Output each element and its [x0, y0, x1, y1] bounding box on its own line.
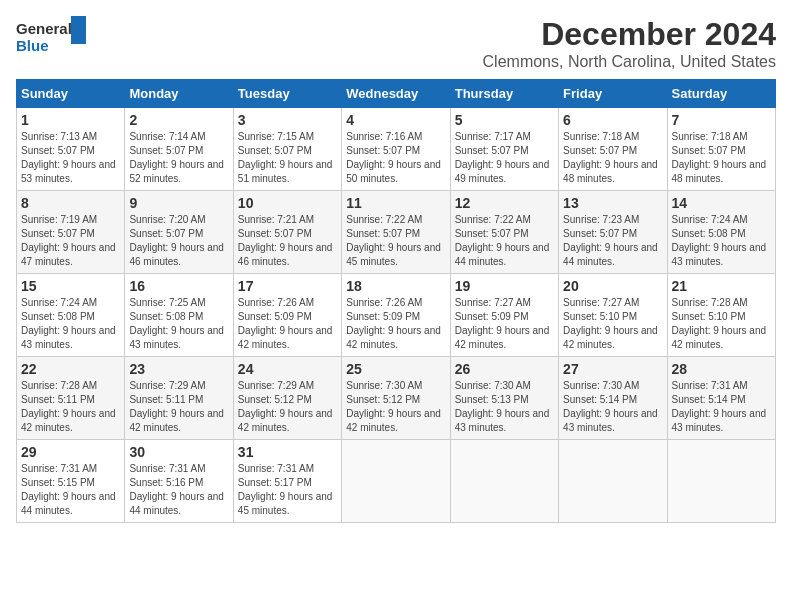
calendar-cell: 9Sunrise: 7:20 AMSunset: 5:07 PMDaylight… — [125, 191, 233, 274]
day-info: Sunrise: 7:28 AMSunset: 5:10 PMDaylight:… — [672, 296, 771, 352]
calendar-cell: 27Sunrise: 7:30 AMSunset: 5:14 PMDayligh… — [559, 357, 667, 440]
day-number: 17 — [238, 278, 337, 294]
day-number: 10 — [238, 195, 337, 211]
day-info: Sunrise: 7:30 AMSunset: 5:14 PMDaylight:… — [563, 379, 662, 435]
day-number: 7 — [672, 112, 771, 128]
day-number: 15 — [21, 278, 120, 294]
header: GeneralBlue December 2024 Clemmons, Nort… — [16, 16, 776, 71]
day-info: Sunrise: 7:17 AMSunset: 5:07 PMDaylight:… — [455, 130, 554, 186]
calendar-cell: 28Sunrise: 7:31 AMSunset: 5:14 PMDayligh… — [667, 357, 775, 440]
day-number: 3 — [238, 112, 337, 128]
day-info: Sunrise: 7:29 AMSunset: 5:12 PMDaylight:… — [238, 379, 337, 435]
day-header-sunday: Sunday — [17, 80, 125, 108]
day-number: 23 — [129, 361, 228, 377]
calendar-header-row: SundayMondayTuesdayWednesdayThursdayFrid… — [17, 80, 776, 108]
day-info: Sunrise: 7:26 AMSunset: 5:09 PMDaylight:… — [238, 296, 337, 352]
day-info: Sunrise: 7:22 AMSunset: 5:07 PMDaylight:… — [346, 213, 445, 269]
day-header-monday: Monday — [125, 80, 233, 108]
day-number: 24 — [238, 361, 337, 377]
day-number: 12 — [455, 195, 554, 211]
day-number: 30 — [129, 444, 228, 460]
day-number: 14 — [672, 195, 771, 211]
day-number: 13 — [563, 195, 662, 211]
day-number: 8 — [21, 195, 120, 211]
calendar-week-5: 29Sunrise: 7:31 AMSunset: 5:15 PMDayligh… — [17, 440, 776, 523]
day-header-thursday: Thursday — [450, 80, 558, 108]
day-info: Sunrise: 7:18 AMSunset: 5:07 PMDaylight:… — [563, 130, 662, 186]
calendar-cell: 11Sunrise: 7:22 AMSunset: 5:07 PMDayligh… — [342, 191, 450, 274]
calendar-table: SundayMondayTuesdayWednesdayThursdayFrid… — [16, 79, 776, 523]
calendar-cell: 8Sunrise: 7:19 AMSunset: 5:07 PMDaylight… — [17, 191, 125, 274]
day-number: 2 — [129, 112, 228, 128]
calendar-week-4: 22Sunrise: 7:28 AMSunset: 5:11 PMDayligh… — [17, 357, 776, 440]
day-info: Sunrise: 7:23 AMSunset: 5:07 PMDaylight:… — [563, 213, 662, 269]
calendar-cell: 17Sunrise: 7:26 AMSunset: 5:09 PMDayligh… — [233, 274, 341, 357]
calendar-cell — [342, 440, 450, 523]
calendar-cell: 15Sunrise: 7:24 AMSunset: 5:08 PMDayligh… — [17, 274, 125, 357]
calendar-cell: 13Sunrise: 7:23 AMSunset: 5:07 PMDayligh… — [559, 191, 667, 274]
day-number: 1 — [21, 112, 120, 128]
day-number: 5 — [455, 112, 554, 128]
calendar-cell: 30Sunrise: 7:31 AMSunset: 5:16 PMDayligh… — [125, 440, 233, 523]
day-info: Sunrise: 7:30 AMSunset: 5:12 PMDaylight:… — [346, 379, 445, 435]
day-info: Sunrise: 7:18 AMSunset: 5:07 PMDaylight:… — [672, 130, 771, 186]
calendar-cell: 24Sunrise: 7:29 AMSunset: 5:12 PMDayligh… — [233, 357, 341, 440]
day-number: 27 — [563, 361, 662, 377]
calendar-cell — [450, 440, 558, 523]
calendar-cell: 5Sunrise: 7:17 AMSunset: 5:07 PMDaylight… — [450, 108, 558, 191]
calendar-cell — [559, 440, 667, 523]
day-info: Sunrise: 7:21 AMSunset: 5:07 PMDaylight:… — [238, 213, 337, 269]
calendar-cell: 1Sunrise: 7:13 AMSunset: 5:07 PMDaylight… — [17, 108, 125, 191]
day-info: Sunrise: 7:31 AMSunset: 5:15 PMDaylight:… — [21, 462, 120, 518]
calendar-cell: 6Sunrise: 7:18 AMSunset: 5:07 PMDaylight… — [559, 108, 667, 191]
calendar-cell: 31Sunrise: 7:31 AMSunset: 5:17 PMDayligh… — [233, 440, 341, 523]
day-number: 26 — [455, 361, 554, 377]
calendar-cell: 10Sunrise: 7:21 AMSunset: 5:07 PMDayligh… — [233, 191, 341, 274]
day-number: 22 — [21, 361, 120, 377]
day-info: Sunrise: 7:27 AMSunset: 5:09 PMDaylight:… — [455, 296, 554, 352]
day-info: Sunrise: 7:31 AMSunset: 5:16 PMDaylight:… — [129, 462, 228, 518]
day-info: Sunrise: 7:24 AMSunset: 5:08 PMDaylight:… — [672, 213, 771, 269]
day-number: 29 — [21, 444, 120, 460]
title-block: December 2024 Clemmons, North Carolina, … — [483, 16, 776, 71]
day-info: Sunrise: 7:27 AMSunset: 5:10 PMDaylight:… — [563, 296, 662, 352]
day-number: 11 — [346, 195, 445, 211]
calendar-cell: 18Sunrise: 7:26 AMSunset: 5:09 PMDayligh… — [342, 274, 450, 357]
logo: GeneralBlue — [16, 16, 86, 56]
day-info: Sunrise: 7:14 AMSunset: 5:07 PMDaylight:… — [129, 130, 228, 186]
day-number: 28 — [672, 361, 771, 377]
day-info: Sunrise: 7:22 AMSunset: 5:07 PMDaylight:… — [455, 213, 554, 269]
main-title: December 2024 — [483, 16, 776, 53]
day-info: Sunrise: 7:24 AMSunset: 5:08 PMDaylight:… — [21, 296, 120, 352]
calendar-week-3: 15Sunrise: 7:24 AMSunset: 5:08 PMDayligh… — [17, 274, 776, 357]
day-number: 21 — [672, 278, 771, 294]
day-info: Sunrise: 7:19 AMSunset: 5:07 PMDaylight:… — [21, 213, 120, 269]
day-info: Sunrise: 7:30 AMSunset: 5:13 PMDaylight:… — [455, 379, 554, 435]
subtitle: Clemmons, North Carolina, United States — [483, 53, 776, 71]
calendar-cell: 2Sunrise: 7:14 AMSunset: 5:07 PMDaylight… — [125, 108, 233, 191]
day-number: 4 — [346, 112, 445, 128]
day-number: 16 — [129, 278, 228, 294]
calendar-cell: 20Sunrise: 7:27 AMSunset: 5:10 PMDayligh… — [559, 274, 667, 357]
day-header-tuesday: Tuesday — [233, 80, 341, 108]
day-number: 25 — [346, 361, 445, 377]
calendar-cell: 26Sunrise: 7:30 AMSunset: 5:13 PMDayligh… — [450, 357, 558, 440]
calendar-cell: 21Sunrise: 7:28 AMSunset: 5:10 PMDayligh… — [667, 274, 775, 357]
svg-text:General: General — [16, 20, 72, 37]
day-info: Sunrise: 7:16 AMSunset: 5:07 PMDaylight:… — [346, 130, 445, 186]
day-number: 31 — [238, 444, 337, 460]
day-info: Sunrise: 7:31 AMSunset: 5:14 PMDaylight:… — [672, 379, 771, 435]
day-info: Sunrise: 7:26 AMSunset: 5:09 PMDaylight:… — [346, 296, 445, 352]
day-number: 19 — [455, 278, 554, 294]
calendar-cell: 23Sunrise: 7:29 AMSunset: 5:11 PMDayligh… — [125, 357, 233, 440]
day-info: Sunrise: 7:25 AMSunset: 5:08 PMDaylight:… — [129, 296, 228, 352]
day-info: Sunrise: 7:28 AMSunset: 5:11 PMDaylight:… — [21, 379, 120, 435]
day-info: Sunrise: 7:13 AMSunset: 5:07 PMDaylight:… — [21, 130, 120, 186]
day-info: Sunrise: 7:31 AMSunset: 5:17 PMDaylight:… — [238, 462, 337, 518]
calendar-cell — [667, 440, 775, 523]
day-number: 6 — [563, 112, 662, 128]
day-number: 20 — [563, 278, 662, 294]
day-number: 9 — [129, 195, 228, 211]
day-header-saturday: Saturday — [667, 80, 775, 108]
calendar-cell: 4Sunrise: 7:16 AMSunset: 5:07 PMDaylight… — [342, 108, 450, 191]
